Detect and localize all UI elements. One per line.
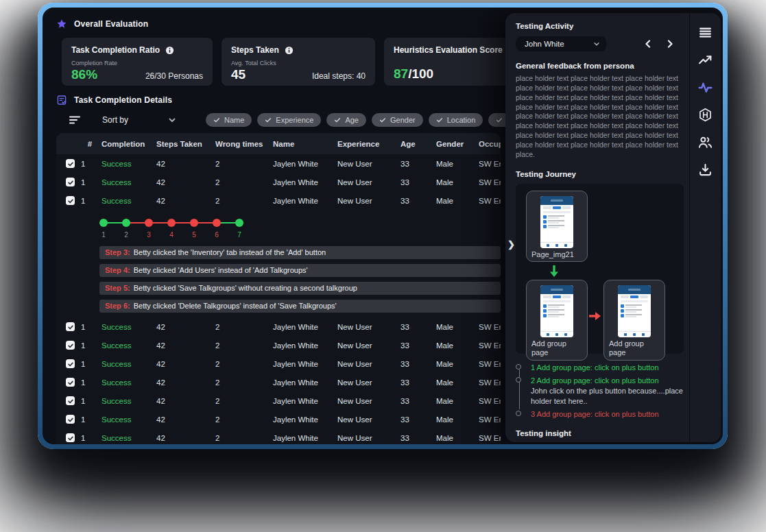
timeline-dot[interactable]: [213, 219, 221, 227]
table-row: 1Success422Jaylen WhiteNew User33MaleSW …: [56, 354, 501, 373]
panel-collapse-handle[interactable]: ❯: [507, 239, 515, 250]
row-checkbox[interactable]: [66, 378, 75, 387]
cell-num: 1: [81, 378, 101, 387]
cell-occupation: SW Engine: [479, 360, 501, 368]
filter-chip-label: Experience: [276, 116, 313, 124]
row-checkbox[interactable]: [66, 178, 75, 186]
filter-chip-name[interactable]: Name: [206, 113, 252, 127]
sort-by-label[interactable]: Sort by: [102, 115, 128, 125]
cell-age: 33: [400, 434, 436, 442]
cell-experience: New User: [337, 160, 400, 168]
row-checkbox[interactable]: [66, 196, 75, 205]
row-checkbox[interactable]: [66, 433, 75, 442]
row-checkbox[interactable]: [66, 415, 75, 424]
table-row: 1Success422Jaylen WhiteNew User33MaleSW …: [56, 410, 501, 428]
menu-icon[interactable]: [698, 25, 713, 40]
activity-icon[interactable]: [698, 80, 713, 95]
phone-screenshot: [540, 285, 573, 337]
info-icon[interactable]: [165, 46, 174, 55]
journey-card-label: Add group page: [531, 339, 582, 359]
cell-experience: New User: [337, 323, 400, 331]
cell-wrong: 2: [215, 378, 273, 387]
next-persona-button[interactable]: [666, 40, 674, 48]
cell-gender: Male: [436, 360, 479, 368]
users-icon[interactable]: [698, 135, 713, 149]
filter-chip-experience[interactable]: Experience: [257, 113, 321, 127]
chevron-down-icon[interactable]: [168, 116, 176, 124]
cell-num: 1: [81, 178, 101, 186]
cell-num: 1: [81, 341, 101, 350]
prev-persona-button[interactable]: [644, 40, 652, 48]
feedback-text: place holder text place holder text plac…: [516, 74, 684, 160]
completion-rate-value: 86%: [71, 68, 117, 81]
insight-heading: Testing insight: [516, 429, 684, 437]
table-header-row: #CompletionSteps TakenWrong timesNameExp…: [56, 133, 501, 154]
card-title: Steps Taken: [231, 45, 279, 55]
cell-name: Jaylen White: [273, 378, 337, 387]
sort-lines-icon[interactable]: [69, 115, 81, 125]
journey-screen-card[interactable]: Page_img21: [526, 191, 588, 263]
feedback-heading: General feedback from persona: [516, 62, 684, 70]
download-icon[interactable]: [698, 162, 713, 177]
hexagon-h-icon[interactable]: [698, 108, 713, 122]
row-checkbox[interactable]: [66, 159, 75, 168]
cell-completion: Success: [101, 360, 156, 368]
trend-up-icon[interactable]: [698, 53, 713, 67]
arrow-down-icon: [549, 265, 560, 278]
step-error-label: Step 5:: [105, 284, 130, 292]
row-checkbox[interactable]: [66, 322, 75, 331]
journey-step[interactable]: 1 Add group page: click on plus button: [531, 363, 684, 372]
table-row: 1Success422Jaylen WhiteNew User33MaleSW …: [56, 191, 501, 210]
cell-occupation: SW Engine: [479, 378, 501, 387]
cell-num: 1: [81, 360, 101, 368]
document-check-icon: [56, 95, 67, 106]
timeline-dot[interactable]: [167, 219, 176, 227]
cell-num: 1: [81, 197, 101, 205]
step-error-label: Step 3:: [105, 248, 130, 256]
cell-wrong: 2: [215, 197, 273, 205]
cell-name: Jaylen White: [273, 434, 337, 442]
filter-chip-gender[interactable]: Gender: [372, 113, 423, 127]
journey-step[interactable]: 2 Add group page: click on plus buttonJo…: [531, 376, 684, 406]
timeline-dot[interactable]: [190, 219, 198, 227]
persona-select-row: John White: [516, 36, 684, 51]
table-rows-bottom: 1Success422Jaylen WhiteNew User33MaleSW …: [56, 317, 501, 444]
filter-chip-label: Name: [224, 116, 244, 124]
cell-name: Jaylen White: [273, 360, 337, 368]
info-icon[interactable]: [285, 46, 294, 55]
cell-gender: Male: [436, 160, 479, 168]
step-error-text: Betty clicked the 'Inventory' tab instea…: [134, 248, 326, 256]
cell-experience: New User: [337, 434, 400, 442]
cell-age: 33: [400, 160, 436, 168]
filter-chip-location[interactable]: Location: [429, 113, 483, 127]
timeline-dot[interactable]: [235, 219, 243, 227]
timeline-dot[interactable]: [99, 219, 108, 227]
cell-name: Jaylen White: [273, 341, 337, 350]
journey-step-note: John click on the plus button because...…: [531, 386, 684, 406]
cell-num: 1: [81, 323, 101, 331]
filter-chip-age[interactable]: Age: [326, 113, 366, 127]
persona-dropdown[interactable]: John White: [516, 36, 606, 51]
step-error-text: Betty clicked 'Delete Talkgroups' instea…: [134, 302, 337, 310]
journey-step-text: 2 Add group page: click on plus button: [531, 376, 684, 385]
row-checkbox[interactable]: [66, 359, 75, 368]
cell-experience: New User: [337, 197, 400, 205]
row-checkbox[interactable]: [66, 341, 75, 350]
cell-completion: Success: [101, 178, 156, 186]
step-error-bar: Step 6:Betty clicked 'Delete Talkgroups'…: [99, 300, 501, 313]
journey-screen-card[interactable]: Add group page: [526, 280, 588, 361]
row-checkbox[interactable]: [66, 396, 75, 405]
cell-occupation: SW Engine: [479, 323, 501, 331]
journey-screen-card[interactable]: Add group page: [603, 280, 665, 361]
journey-step[interactable]: 3 Add group page: click on plus button: [531, 409, 684, 419]
column-header: Completion: [101, 140, 156, 148]
personas-count: 26/30 Personas: [145, 71, 203, 81]
persona-dropdown-value: John White: [525, 40, 564, 48]
cell-name: Jaylen White: [273, 197, 337, 205]
timeline-dot[interactable]: [122, 219, 130, 227]
timeline-dot[interactable]: [145, 219, 153, 227]
timeline-label: 3: [142, 231, 156, 239]
metric-sublabel: Completion Rate: [71, 60, 117, 66]
step-marker-icon: [516, 411, 521, 416]
cell-experience: New User: [337, 341, 400, 350]
